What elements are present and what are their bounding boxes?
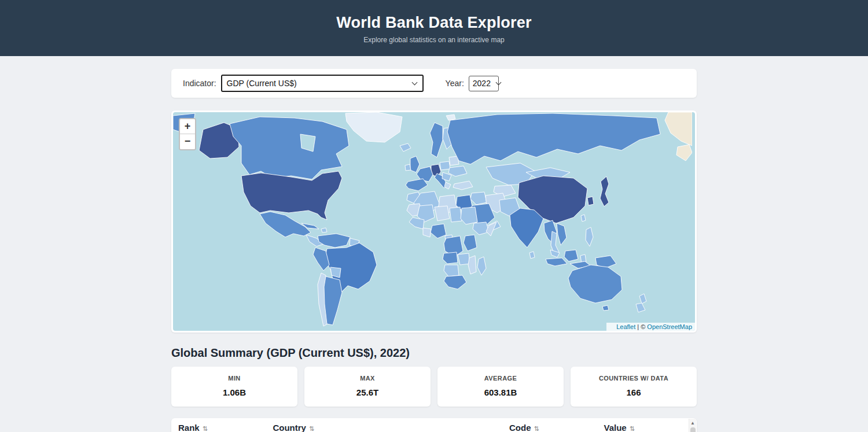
sort-icon: ⇅ [630,425,635,432]
year-label: Year: [446,79,464,88]
page-subtitle: Explore global statistics on an interact… [0,36,868,44]
column-header-value[interactable]: Value⇅ [597,418,697,432]
choropleth-svg [173,112,692,331]
map-card: + − Leaflet | © OpenStreetMap [171,110,697,333]
stat-value: 1.06B [171,387,297,397]
map-zoom-control: + − [179,118,196,150]
stat-card-max: MAX 25.6T [304,367,431,407]
stat-label: MIN [171,375,297,382]
year-selected-value: 2022 [473,79,491,88]
stat-label: AVERAGE [437,375,564,382]
leaflet-link[interactable]: Leaflet [616,323,635,330]
chevron-down-icon [495,80,501,86]
zoom-out-button[interactable]: − [180,134,195,149]
sort-icon: ⇅ [309,425,314,432]
column-header-code[interactable]: Code⇅ [502,418,597,432]
stats-row: MIN 1.06B MAX 25.6T AVERAGE 603.81B COUN… [171,367,697,407]
scrollbar-thumb[interactable] [690,427,696,432]
column-header-country[interactable]: Country⇅ [266,418,502,432]
openstreetmap-link[interactable]: OpenStreetMap [647,323,692,330]
sort-icon: ⇅ [203,425,208,432]
stat-value: 166 [571,387,697,397]
rank-table: Rank⇅ Country⇅ Code⇅ Value⇅ [171,418,697,432]
column-header-rank[interactable]: Rank⇅ [171,418,266,432]
scroll-up-icon[interactable]: ▲ [689,419,696,426]
stat-card-min: MIN 1.06B [171,367,297,407]
ukraine-flag-icon [609,325,615,329]
map-attribution: Leaflet | © OpenStreetMap [606,323,695,331]
controls-bar: Indicator: GDP (Current US$) Year: 2022 [171,69,697,98]
indicator-selected-value: GDP (Current US$) [227,79,297,88]
sort-icon: ⇅ [534,425,539,432]
zoom-in-button[interactable]: + [180,119,195,134]
app-header: World Bank Data Explorer Explore global … [0,0,868,56]
world-map[interactable]: + − Leaflet | © OpenStreetMap [173,112,695,331]
stat-label: MAX [304,375,431,382]
year-select[interactable]: 2022 [469,76,499,91]
table-scrollbar[interactable]: ▲ [689,419,696,432]
stat-value: 25.6T [304,387,431,397]
attribution-separator: | © [635,323,647,330]
stat-card-countries: COUNTRIES W/ DATA 166 [571,367,697,407]
rank-table-card: Rank⇅ Country⇅ Code⇅ Value⇅ ▲ [171,418,697,432]
stat-value: 603.81B [437,387,564,397]
summary-heading: Global Summary (GDP (Current US$), 2022) [171,346,697,360]
indicator-select[interactable]: GDP (Current US$) [221,75,424,92]
chevron-down-icon [411,80,417,86]
indicator-label: Indicator: [183,79,216,88]
stat-card-average: AVERAGE 603.81B [437,367,564,407]
table-header-row: Rank⇅ Country⇅ Code⇅ Value⇅ [171,418,697,432]
stat-label: COUNTRIES W/ DATA [571,375,697,382]
page-title: World Bank Data Explorer [0,0,868,32]
